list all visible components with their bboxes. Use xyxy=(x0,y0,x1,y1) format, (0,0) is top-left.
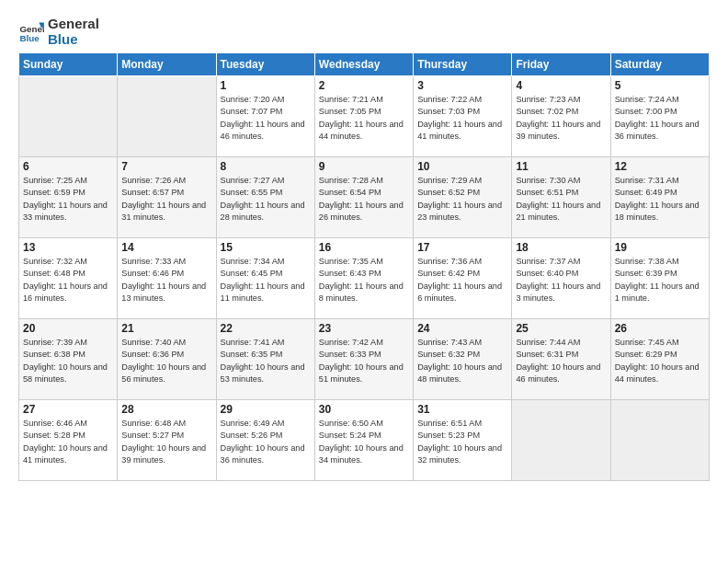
day-cell: 24Sunrise: 7:43 AM Sunset: 6:32 PM Dayli… xyxy=(414,319,512,400)
day-number: 25 xyxy=(516,322,606,335)
day-cell: 17Sunrise: 7:36 AM Sunset: 6:42 PM Dayli… xyxy=(414,238,512,319)
day-cell: 23Sunrise: 7:42 AM Sunset: 6:33 PM Dayli… xyxy=(314,319,413,400)
day-info: Sunrise: 7:39 AM Sunset: 6:38 PM Dayligh… xyxy=(23,337,113,385)
day-number: 6 xyxy=(23,160,113,173)
day-info: Sunrise: 7:24 AM Sunset: 7:00 PM Dayligh… xyxy=(615,94,705,143)
col-header-monday: Monday xyxy=(118,53,216,76)
day-info: Sunrise: 6:49 AM Sunset: 5:26 PM Dayligh… xyxy=(221,418,311,466)
day-info: Sunrise: 7:30 AM Sunset: 6:51 PM Dayligh… xyxy=(516,175,606,224)
day-info: Sunrise: 7:28 AM Sunset: 6:54 PM Dayligh… xyxy=(319,175,409,224)
day-cell: 15Sunrise: 7:34 AM Sunset: 6:45 PM Dayli… xyxy=(216,238,314,319)
day-info: Sunrise: 7:34 AM Sunset: 6:45 PM Dayligh… xyxy=(221,256,311,304)
col-header-saturday: Saturday xyxy=(610,53,709,76)
day-cell: 25Sunrise: 7:44 AM Sunset: 6:31 PM Dayli… xyxy=(512,319,610,400)
day-number: 9 xyxy=(319,160,409,173)
day-number: 27 xyxy=(23,403,113,416)
day-cell: 4Sunrise: 7:23 AM Sunset: 7:02 PM Daylig… xyxy=(512,76,610,157)
day-number: 12 xyxy=(615,160,705,173)
day-number: 11 xyxy=(516,160,606,173)
day-info: Sunrise: 7:36 AM Sunset: 6:42 PM Dayligh… xyxy=(417,256,507,304)
day-cell: 29Sunrise: 6:49 AM Sunset: 5:26 PM Dayli… xyxy=(216,400,314,481)
day-cell xyxy=(118,76,216,157)
week-row-3: 13Sunrise: 7:32 AM Sunset: 6:48 PM Dayli… xyxy=(19,238,710,319)
day-number: 14 xyxy=(121,241,211,254)
day-info: Sunrise: 7:27 AM Sunset: 6:55 PM Dayligh… xyxy=(221,175,311,224)
day-number: 26 xyxy=(615,322,705,335)
day-info: Sunrise: 7:20 AM Sunset: 7:07 PM Dayligh… xyxy=(221,94,311,143)
col-header-thursday: Thursday xyxy=(414,53,512,76)
day-info: Sunrise: 6:46 AM Sunset: 5:28 PM Dayligh… xyxy=(23,418,113,466)
day-number: 28 xyxy=(121,403,211,416)
day-info: Sunrise: 7:22 AM Sunset: 7:03 PM Dayligh… xyxy=(417,94,507,143)
day-number: 30 xyxy=(319,403,409,416)
day-number: 21 xyxy=(121,322,211,335)
week-row-2: 6Sunrise: 7:25 AM Sunset: 6:59 PM Daylig… xyxy=(19,157,710,238)
day-number: 1 xyxy=(221,79,311,92)
logo: General Blue General Blue xyxy=(18,17,99,47)
day-cell: 1Sunrise: 7:20 AM Sunset: 7:07 PM Daylig… xyxy=(216,76,314,157)
day-number: 19 xyxy=(615,241,705,254)
day-cell: 31Sunrise: 6:51 AM Sunset: 5:23 PM Dayli… xyxy=(414,400,512,481)
day-cell: 2Sunrise: 7:21 AM Sunset: 7:05 PM Daylig… xyxy=(314,76,413,157)
day-cell: 3Sunrise: 7:22 AM Sunset: 7:03 PM Daylig… xyxy=(414,76,512,157)
day-number: 22 xyxy=(221,322,311,335)
logo-blue: Blue xyxy=(48,32,99,48)
day-number: 17 xyxy=(417,241,507,254)
day-cell: 6Sunrise: 7:25 AM Sunset: 6:59 PM Daylig… xyxy=(19,157,118,238)
day-cell: 30Sunrise: 6:50 AM Sunset: 5:24 PM Dayli… xyxy=(314,400,413,481)
day-info: Sunrise: 7:37 AM Sunset: 6:40 PM Dayligh… xyxy=(516,256,606,304)
day-number: 15 xyxy=(221,241,311,254)
day-info: Sunrise: 7:41 AM Sunset: 6:35 PM Dayligh… xyxy=(221,337,311,385)
day-number: 24 xyxy=(417,322,507,335)
day-number: 16 xyxy=(319,241,409,254)
day-info: Sunrise: 7:40 AM Sunset: 6:36 PM Dayligh… xyxy=(121,337,211,385)
day-info: Sunrise: 7:29 AM Sunset: 6:52 PM Dayligh… xyxy=(417,175,507,224)
col-header-friday: Friday xyxy=(512,53,610,76)
day-number: 2 xyxy=(319,79,409,92)
day-cell: 16Sunrise: 7:35 AM Sunset: 6:43 PM Dayli… xyxy=(314,238,413,319)
day-cell xyxy=(610,400,709,481)
day-number: 4 xyxy=(516,79,606,92)
day-cell: 14Sunrise: 7:33 AM Sunset: 6:46 PM Dayli… xyxy=(118,238,216,319)
week-row-5: 27Sunrise: 6:46 AM Sunset: 5:28 PM Dayli… xyxy=(19,400,710,481)
day-info: Sunrise: 7:31 AM Sunset: 6:49 PM Dayligh… xyxy=(615,175,705,224)
calendar-table: SundayMondayTuesdayWednesdayThursdayFrid… xyxy=(18,52,710,481)
day-number: 10 xyxy=(417,160,507,173)
day-cell: 8Sunrise: 7:27 AM Sunset: 6:55 PM Daylig… xyxy=(216,157,314,238)
header: General Blue General Blue xyxy=(18,17,710,47)
day-cell: 27Sunrise: 6:46 AM Sunset: 5:28 PM Dayli… xyxy=(19,400,118,481)
day-number: 31 xyxy=(417,403,507,416)
day-cell: 22Sunrise: 7:41 AM Sunset: 6:35 PM Dayli… xyxy=(216,319,314,400)
day-info: Sunrise: 7:23 AM Sunset: 7:02 PM Dayligh… xyxy=(516,94,606,143)
day-cell: 12Sunrise: 7:31 AM Sunset: 6:49 PM Dayli… xyxy=(610,157,709,238)
day-cell: 26Sunrise: 7:45 AM Sunset: 6:29 PM Dayli… xyxy=(610,319,709,400)
day-cell: 28Sunrise: 6:48 AM Sunset: 5:27 PM Dayli… xyxy=(118,400,216,481)
day-info: Sunrise: 7:33 AM Sunset: 6:46 PM Dayligh… xyxy=(121,256,211,304)
day-number: 8 xyxy=(221,160,311,173)
day-number: 29 xyxy=(221,403,311,416)
day-number: 3 xyxy=(417,79,507,92)
day-info: Sunrise: 6:51 AM Sunset: 5:23 PM Dayligh… xyxy=(417,418,507,466)
day-info: Sunrise: 7:32 AM Sunset: 6:48 PM Dayligh… xyxy=(23,256,113,304)
day-info: Sunrise: 7:25 AM Sunset: 6:59 PM Dayligh… xyxy=(23,175,113,224)
day-info: Sunrise: 7:43 AM Sunset: 6:32 PM Dayligh… xyxy=(417,337,507,385)
col-header-sunday: Sunday xyxy=(19,53,118,76)
day-cell: 19Sunrise: 7:38 AM Sunset: 6:39 PM Dayli… xyxy=(610,238,709,319)
day-info: Sunrise: 7:44 AM Sunset: 6:31 PM Dayligh… xyxy=(516,337,606,385)
day-cell xyxy=(19,76,118,157)
day-number: 5 xyxy=(615,79,705,92)
day-info: Sunrise: 6:50 AM Sunset: 5:24 PM Dayligh… xyxy=(319,418,409,466)
day-number: 13 xyxy=(23,241,113,254)
day-cell: 5Sunrise: 7:24 AM Sunset: 7:00 PM Daylig… xyxy=(610,76,709,157)
day-info: Sunrise: 7:42 AM Sunset: 6:33 PM Dayligh… xyxy=(319,337,409,385)
logo-general: General xyxy=(48,17,99,32)
day-cell: 20Sunrise: 7:39 AM Sunset: 6:38 PM Dayli… xyxy=(19,319,118,400)
day-cell: 10Sunrise: 7:29 AM Sunset: 6:52 PM Dayli… xyxy=(414,157,512,238)
col-header-wednesday: Wednesday xyxy=(314,53,413,76)
page: General Blue General Blue SundayMondayTu… xyxy=(0,0,728,563)
day-info: Sunrise: 7:38 AM Sunset: 6:39 PM Dayligh… xyxy=(615,256,705,304)
day-info: Sunrise: 7:21 AM Sunset: 7:05 PM Dayligh… xyxy=(319,94,409,143)
day-number: 23 xyxy=(319,322,409,335)
week-row-4: 20Sunrise: 7:39 AM Sunset: 6:38 PM Dayli… xyxy=(19,319,710,400)
day-cell: 11Sunrise: 7:30 AM Sunset: 6:51 PM Dayli… xyxy=(512,157,610,238)
